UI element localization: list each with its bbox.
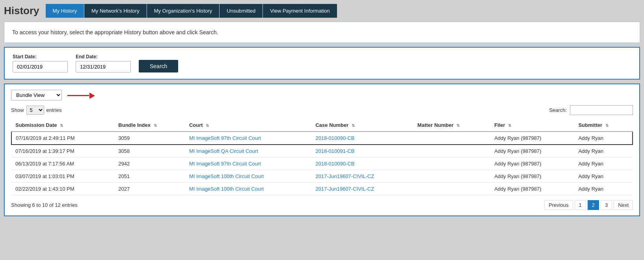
sort-icon-court: ⇅ [206, 123, 209, 128]
col-filer[interactable]: Filer ⇅ [490, 119, 574, 132]
filter-box: Start Date: End Date: Search [4, 47, 640, 80]
table-search: Search: [549, 105, 633, 115]
page-3-button[interactable]: 3 [601, 200, 612, 210]
start-date-label: Start Date: [13, 54, 68, 59]
table-row[interactable]: 03/07/2019 at 1:03:01 PM2051MI ImageSoft… [11, 170, 633, 183]
page-title: History [4, 5, 39, 17]
col-court[interactable]: Court ⇅ [185, 119, 312, 132]
bundle-view-row: Bundle View Document View [11, 90, 633, 100]
court-link[interactable]: MI ImageSoft 97th Circuit Court [189, 161, 261, 167]
table-controls: Show 5 10 25 50 entries Search: [11, 105, 633, 115]
tab-my-network-history[interactable]: My Network's History [84, 4, 147, 18]
case_number-link[interactable]: 2018-010090-CB [315, 135, 354, 141]
page-2-button[interactable]: 2 [588, 200, 599, 210]
sort-icon-filer: ⇅ [508, 123, 511, 128]
tab-my-history[interactable]: My History [46, 4, 84, 18]
info-message: To access your history, select the appro… [12, 29, 218, 35]
col-case-number[interactable]: Case Number ⇅ [311, 119, 413, 132]
court-link[interactable]: MI ImageSoft 97th Circuit Court [189, 135, 261, 141]
sort-icon-bundle-index: ⇅ [154, 123, 157, 128]
end-date-label: End Date: [76, 54, 131, 59]
case_number-link[interactable]: 2017-Jun19607-CIVIL-CZ [315, 186, 374, 192]
page-wrapper: History My History My Network's History … [0, 0, 644, 220]
table-row[interactable]: 07/16/2019 at 1:39:17 PM3058MI ImageSoft… [11, 145, 633, 158]
info-box: To access your history, select the appro… [4, 22, 640, 43]
arrow-indicator [67, 91, 95, 99]
header: History My History My Network's History … [4, 4, 640, 18]
show-label: Show [11, 107, 24, 113]
page-1-button[interactable]: 1 [575, 200, 586, 210]
table-search-input[interactable] [570, 105, 633, 115]
pagination-controls: Previous 1 2 3 Next [544, 200, 633, 210]
col-bundle-index[interactable]: Bundle Index ⇅ [114, 119, 185, 132]
col-submitter[interactable]: Submitter ⇅ [574, 119, 633, 132]
nav-tabs: My History My Network's History My Organ… [46, 4, 337, 18]
data-table: Submission Date ⇅ Bundle Index ⇅ Court ⇅… [11, 119, 633, 195]
start-date-input[interactable] [13, 61, 68, 72]
table-row[interactable]: 06/13/2019 at 7:17:56 AM2942MI ImageSoft… [11, 158, 633, 170]
previous-button[interactable]: Previous [544, 200, 573, 210]
pagination-row: Showing 6 to 10 of 12 entries Previous 1… [11, 200, 633, 210]
col-matter-number[interactable]: Matter Number ⇅ [413, 119, 490, 132]
table-search-label: Search: [549, 107, 567, 113]
court-link[interactable]: MI ImageSoft 100th Circuit Court [189, 186, 264, 192]
sort-icon-submission-date: ⇅ [60, 123, 63, 128]
sort-icon-case-number: ⇅ [352, 123, 355, 128]
search-button[interactable]: Search [139, 60, 178, 72]
end-date-field: End Date: [76, 54, 131, 72]
end-date-input[interactable] [76, 61, 131, 72]
table-row[interactable]: 02/22/2019 at 1:43:10 PM2027MI ImageSoft… [11, 183, 633, 195]
case_number-link[interactable]: 2017-Jun19607-CIVIL-CZ [315, 173, 374, 179]
sort-icon-matter-number: ⇅ [456, 123, 460, 128]
case_number-link[interactable]: 2018-010090-CB [315, 161, 354, 167]
tab-unsubmitted[interactable]: Unsubmitted [220, 4, 263, 18]
tab-view-payment[interactable]: View Payment Information [263, 4, 337, 18]
table-body: 07/16/2019 at 2:49:11 PM3059MI ImageSoft… [11, 132, 633, 195]
table-row[interactable]: 07/16/2019 at 2:49:11 PM3059MI ImageSoft… [11, 132, 633, 145]
case_number-link[interactable]: 2018-010091-CB [315, 148, 354, 154]
tab-my-org-history[interactable]: My Organization's History [147, 4, 220, 18]
show-entries: Show 5 10 25 50 entries [11, 106, 62, 115]
bundle-view-select[interactable]: Bundle View Document View [11, 90, 62, 100]
start-date-field: Start Date: [13, 54, 68, 72]
showing-text: Showing 6 to 10 of 12 entries [11, 202, 77, 208]
court-link[interactable]: MI ImageSoft QA Circuit Court [189, 148, 258, 154]
court-link[interactable]: MI ImageSoft 100th Circuit Court [189, 173, 264, 179]
col-submission-date[interactable]: Submission Date ⇅ [11, 119, 114, 132]
sort-icon-submitter: ⇅ [605, 123, 609, 128]
filter-row: Start Date: End Date: Search [13, 54, 631, 72]
table-header: Submission Date ⇅ Bundle Index ⇅ Court ⇅… [11, 119, 633, 132]
table-section: Bundle View Document View Show 5 10 25 5… [4, 84, 640, 216]
entries-select[interactable]: 5 10 25 50 [26, 106, 44, 115]
next-button[interactable]: Next [614, 200, 633, 210]
entries-label: entries [47, 107, 62, 113]
